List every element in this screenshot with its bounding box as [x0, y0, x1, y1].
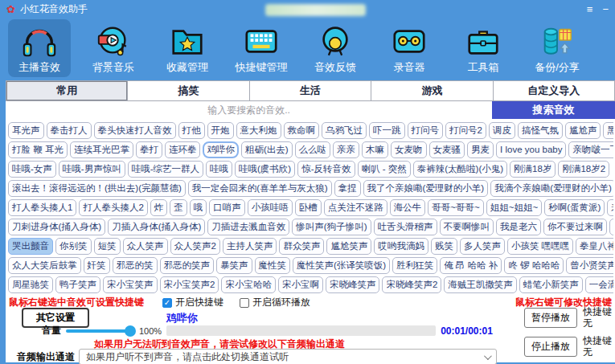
sound-button[interactable]: 刚满18岁2	[558, 161, 609, 178]
sound-button[interactable]: 男麦	[467, 141, 494, 158]
sound-button[interactable]: 吐舌头滑稽声	[374, 219, 437, 235]
sound-button[interactable]: I love you baby	[496, 141, 566, 158]
sound-button[interactable]: 哎哟我滴妈	[374, 238, 428, 255]
menu-icon[interactable]: ≡	[587, 3, 593, 15]
toolbar-item-live-sounds[interactable]: 主播音效	[8, 19, 71, 77]
sound-button[interactable]: 众人笑声2	[170, 238, 220, 255]
playback-progress-bar[interactable]	[166, 325, 436, 336]
sound-button[interactable]: 拳头快速打人音效	[94, 122, 176, 139]
sound-button[interactable]: 调皮	[489, 122, 515, 139]
enable-loop-checkbox[interactable]: 开启循环播放	[240, 296, 310, 309]
sound-button[interactable]: 点关注不迷路	[324, 199, 387, 216]
sound-button[interactable]: 海公牛	[390, 199, 426, 216]
sound-button[interactable]: 打问号	[408, 122, 444, 139]
sound-button[interactable]: 刀刺进身体(捅入身体)	[8, 219, 105, 235]
sound-button[interactable]: 宋小宝笑声	[103, 276, 158, 293]
sound-button[interactable]: 不要啊惨叫	[440, 219, 494, 235]
toolbar-item-sound-feedback[interactable]: 音效反馈	[304, 19, 367, 77]
tab-funny[interactable]: 搞笑	[128, 81, 249, 100]
sound-button[interactable]: 乌鸦飞过	[322, 122, 367, 139]
sound-button[interactable]: 亲亲	[333, 141, 359, 158]
sound-button[interactable]: 尴尬声	[565, 122, 601, 139]
sound-button[interactable]: 咚 锣 哈哈哈	[504, 257, 564, 274]
sound-button[interactable]: 惨叫声(狗子惨叫)	[292, 219, 371, 235]
volume-slider[interactable]	[66, 325, 134, 337]
sound-button[interactable]: 你不要过来啊	[543, 219, 607, 235]
sound-button[interactable]: 刀插进去溅血音效	[207, 219, 289, 235]
toolbar-item-hotkey-manager[interactable]: 快捷键管理	[230, 19, 293, 77]
toolbar-item-recorder[interactable]: 录音器	[378, 19, 441, 77]
sound-button[interactable]: 众人大笑后鼓掌	[8, 257, 81, 274]
sound-button[interactable]: 泰裤辣(太酷啦)(小鬼)	[413, 161, 507, 178]
sound-button[interactable]: 拳皇八神庵笑声	[576, 238, 613, 255]
sound-button[interactable]: 哇哦-男声惊叫	[59, 161, 125, 178]
sound-button[interactable]: 连续耳光巴掌	[70, 141, 133, 158]
sound-button[interactable]: 吓一跳	[369, 122, 405, 139]
sound-button[interactable]: 打问号2	[445, 122, 486, 139]
sound-button[interactable]: 救命啊	[284, 122, 320, 139]
sound-button[interactable]: 粗砺(出去)	[241, 141, 293, 158]
sound-button[interactable]: 奸笑	[84, 257, 110, 274]
sound-button[interactable]: 邪恶的笑声	[160, 257, 215, 274]
sound-button[interactable]: 曾小贤笑声音效	[566, 257, 613, 274]
sound-button[interactable]: 邪恶的笑	[113, 257, 158, 274]
sound-button[interactable]: 秒啊(蛋黄派)	[544, 199, 605, 216]
sound-button[interactable]: 意大利炮	[236, 122, 281, 139]
sound-button[interactable]: 打人拳头揍人2	[79, 199, 147, 216]
sound-button[interactable]: 拳击打人	[47, 122, 92, 139]
sound-button[interactable]: 拿捏	[334, 180, 361, 197]
tab-game[interactable]: 游戏	[371, 81, 493, 100]
sound-button[interactable]: 么么哒	[295, 141, 331, 158]
sound-button[interactable]: 拳打	[136, 141, 162, 158]
sound-button[interactable]: 黑人问号	[603, 122, 613, 139]
sound-button[interactable]: 鸡哔你	[203, 141, 239, 158]
sound-button[interactable]: 惊-反转音效	[297, 161, 355, 178]
sound-button[interactable]: 宋小宝啊	[278, 276, 323, 293]
sound-button[interactable]: 耳光声	[8, 122, 44, 139]
sound-button[interactable]: 蜡笔小新笑声	[519, 276, 583, 293]
sound-button[interactable]: 木嘛	[362, 141, 388, 158]
search-input[interactable]	[6, 101, 492, 119]
sound-button[interactable]: 女麦吻	[391, 141, 427, 158]
sound-button[interactable]: 宋晓峰笑声	[326, 276, 380, 293]
sound-button[interactable]: 哇哦	[206, 161, 232, 178]
minimize-icon[interactable]: −	[602, 3, 609, 15]
sound-button[interactable]: 打脸 鞭 耳光	[8, 141, 68, 158]
sound-button[interactable]: 短笑	[94, 238, 121, 255]
audio-channel-select[interactable]: 如果用户听不到声音，请点击此处切换通道试听	[79, 349, 497, 364]
toolbar-item-toolbox[interactable]: 工具箱	[452, 19, 515, 77]
sound-button[interactable]: 魔性笑	[255, 257, 291, 274]
sound-button[interactable]: 我一定会回来的(喜羊羊与灰太狼)	[188, 180, 332, 197]
slider-thumb[interactable]	[125, 325, 136, 337]
toolbar-item-favorites[interactable]: 收藏管理	[156, 19, 219, 77]
tab-custom-import[interactable]: 自定义导入	[494, 81, 614, 100]
sound-button[interactable]: 滚出去！滚得远远的！(拱出去)(完颜慧德)	[8, 180, 186, 197]
sound-button[interactable]: 我滴个亲娘嘞(爱理财的小羊)	[490, 180, 613, 197]
sound-button[interactable]: 来抓我呀~笨蛋	[607, 199, 613, 216]
sound-button[interactable]: 打他	[178, 122, 205, 139]
pause-button[interactable]: 暂停播放	[524, 308, 577, 328]
search-sound-button[interactable]: 搜索音效	[492, 101, 615, 119]
sound-button[interactable]: 海贼王凯撒笑声	[444, 276, 517, 293]
sound-button[interactable]: 周星驰笑	[8, 276, 53, 293]
sound-button[interactable]: 你别笑	[55, 238, 92, 255]
sound-button[interactable]: 哇哦-女声	[8, 161, 56, 178]
sound-button[interactable]: 摇头	[609, 219, 613, 235]
sound-button[interactable]: 卧槽	[295, 199, 322, 216]
sound-button[interactable]: 宋晓峰笑声2	[382, 276, 441, 293]
sound-button[interactable]: 群众笑声	[279, 238, 324, 255]
sound-button[interactable]: 哭出颤音	[8, 238, 53, 255]
sound-button[interactable]: 众人笑声	[123, 238, 168, 255]
sound-button[interactable]: 哇哦-综艺一群人	[128, 161, 203, 178]
tab-common[interactable]: 常用	[6, 81, 128, 100]
sound-button[interactable]: 口哨声	[209, 199, 245, 216]
sound-button[interactable]: 鸭子笑声	[55, 276, 100, 293]
sound-button[interactable]: 开炮	[207, 122, 234, 139]
sound-button[interactable]: 俺 昂 哈哈 补	[440, 257, 502, 274]
sound-button[interactable]: 搞怪气氛	[518, 122, 563, 139]
stop-button[interactable]: 停止播放	[524, 337, 577, 357]
sound-button[interactable]: 炸	[150, 199, 168, 216]
sound-button[interactable]: 我了个亲娘嘞(爱理财的小羊)	[363, 180, 489, 197]
sound-button[interactable]: 哦	[190, 199, 207, 216]
sound-button[interactable]: 尴尬笑声	[326, 238, 371, 255]
